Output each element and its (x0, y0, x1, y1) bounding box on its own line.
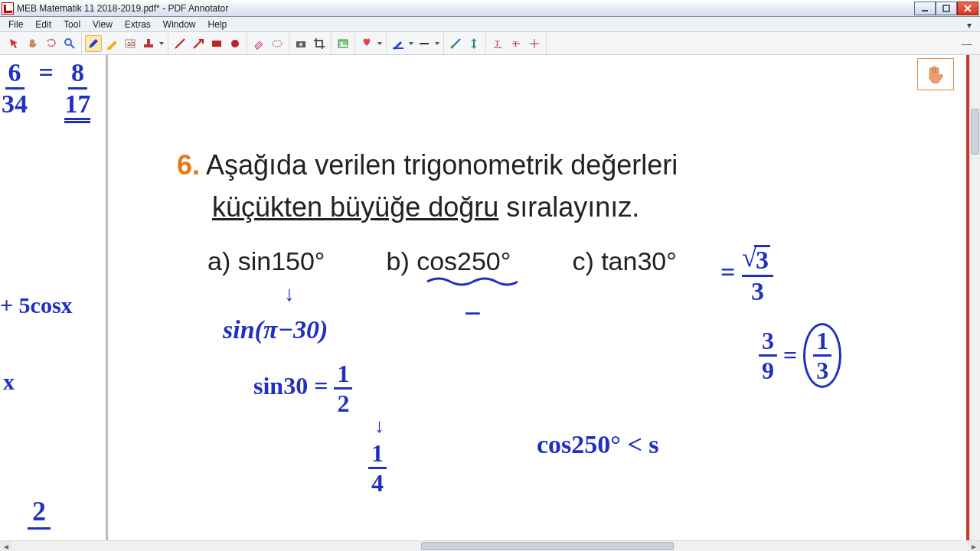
ellipse-tool-icon[interactable] (227, 35, 243, 52)
menu-help[interactable]: Help (203, 18, 233, 31)
hw-text: cos250° < s (537, 430, 659, 459)
erase-lasso-icon[interactable] (269, 35, 286, 52)
highlighter-tool-icon[interactable] (103, 35, 120, 52)
horizontal-scroll-thumb[interactable] (421, 542, 674, 550)
pen-tool-icon[interactable] (85, 35, 102, 52)
toolbar-overflow-icon[interactable]: — (962, 37, 977, 50)
problem-line2-underlined: küçükten büyüğe doğru (212, 191, 498, 223)
crop-icon[interactable] (311, 35, 328, 52)
hw-text: 9 (762, 357, 774, 383)
zoom-tool-icon[interactable] (61, 35, 78, 52)
problem-text: 6.Aşağıda verilen trigonometrik değerler… (177, 147, 866, 226)
title-bar: MEB Matematik 11 2018-2019.pdf* - PDF An… (0, 0, 980, 17)
svg-point-14 (273, 41, 282, 47)
hw-text: 2 (337, 390, 349, 416)
menu-view[interactable]: View (87, 18, 118, 31)
svg-point-21 (451, 45, 454, 48)
hw-text: 17 (64, 90, 90, 117)
app-icon (2, 2, 14, 15)
hw-arrow-icon: ↓ (374, 415, 384, 438)
svg-text:T: T (495, 38, 500, 47)
scroll-right-icon[interactable]: ▸ (968, 541, 980, 551)
hw-text: + 5cosx (0, 292, 73, 318)
line-width-dropdown-icon[interactable] (434, 42, 440, 45)
option-c: c) tan30° (572, 246, 676, 276)
svg-line-11 (194, 41, 201, 48)
pen-color-icon[interactable] (390, 35, 407, 52)
hw-text: 3 (816, 357, 828, 383)
pointer-tool-icon[interactable] (6, 35, 23, 52)
lasso-select-icon[interactable] (43, 35, 60, 52)
hw-text: 3 (751, 277, 764, 305)
hw-text: 8 (68, 60, 87, 90)
svg-rect-19 (393, 47, 403, 49)
menu-bar: File Edit Tool View Extras Window Help ▾ (0, 17, 980, 32)
insert-image-icon[interactable] (335, 35, 351, 52)
text-tool-icon[interactable]: ab (122, 35, 139, 52)
menu-window[interactable]: Window (158, 18, 201, 31)
svg-line-5 (70, 44, 74, 48)
snapshot-icon[interactable] (292, 35, 309, 52)
left-page-fragment: 634 = 817 + 5cosx x 2 (0, 55, 107, 540)
text-strike-icon[interactable]: T (508, 35, 524, 52)
pan-tool-icon[interactable] (24, 35, 41, 52)
menu-overflow-icon[interactable]: ▾ (962, 18, 977, 32)
text-underline-icon[interactable]: T (489, 35, 506, 52)
hw-text: − (464, 295, 482, 331)
window-title: MEB Matematik 11 2018-2019.pdf* - PDF An… (17, 3, 914, 14)
line-tool-icon[interactable] (172, 35, 188, 52)
toolbar: ab T T — (0, 32, 980, 55)
hw-underline-icon (426, 276, 518, 289)
hw-text: 3 (759, 328, 777, 357)
svg-rect-8 (144, 44, 153, 47)
scroll-left-icon[interactable]: ◂ (0, 541, 12, 551)
horizontal-scrollbar[interactable]: ◂ ▸ (0, 540, 980, 551)
maximize-button[interactable] (936, 2, 957, 15)
menu-edit[interactable]: Edit (30, 18, 57, 31)
crosshair-icon[interactable] (526, 35, 543, 52)
stamp-dropdown-icon[interactable] (158, 42, 165, 45)
option-a: a) sin150° (207, 246, 325, 276)
hw-text: sin(π−30) (223, 315, 328, 344)
window-buttons (914, 2, 978, 15)
hw-text: sin30 = (253, 372, 328, 399)
eraser-tool-icon[interactable] (250, 35, 267, 52)
hw-text: x (3, 369, 15, 395)
hw-arrow-icon: ↓ (284, 282, 295, 306)
svg-rect-9 (147, 39, 150, 44)
svg-rect-1 (943, 5, 949, 11)
hw-text: 1 (813, 328, 831, 357)
hw-text: = (720, 258, 735, 286)
minimize-button[interactable] (914, 2, 936, 15)
line-width-icon[interactable] (416, 35, 433, 52)
close-button[interactable] (957, 2, 978, 15)
hw-text: 1 (368, 441, 387, 469)
menu-file[interactable]: File (3, 18, 28, 31)
vertical-scrollbar[interactable] (969, 55, 980, 540)
snap-line-icon[interactable] (447, 35, 464, 52)
pen-color-dropdown-icon[interactable] (408, 42, 414, 45)
problem-options: a) sin150° b) cos250° c) tan30° (207, 246, 881, 276)
hw-text: 1 (334, 361, 352, 390)
svg-point-16 (299, 42, 303, 46)
hw-text: 34 (2, 90, 28, 117)
vertical-scroll-thumb[interactable] (971, 109, 979, 155)
workspace: 634 = 817 + 5cosx x 2 6.Aşağıda verilen … (0, 55, 980, 540)
favorites-icon[interactable] (358, 35, 375, 52)
favorites-dropdown-icon[interactable] (377, 42, 383, 45)
hw-text: 4 (371, 469, 384, 495)
problem-line2-rest: sıralayınız. (498, 191, 639, 223)
document-page[interactable]: 6.Aşağıda verilen trigonometrik değerler… (108, 55, 968, 540)
snap-vertical-icon[interactable] (466, 35, 482, 52)
stamp-tool-icon[interactable] (140, 35, 157, 52)
gesture-indicator-icon (917, 58, 954, 90)
hw-text: = (783, 341, 797, 370)
svg-point-13 (231, 40, 239, 47)
rectangle-tool-icon[interactable] (208, 35, 225, 52)
svg-rect-12 (212, 41, 221, 47)
problem-number: 6. (177, 149, 200, 181)
menu-extras[interactable]: Extras (119, 18, 156, 31)
svg-line-10 (175, 39, 185, 48)
arrow-tool-icon[interactable] (190, 35, 207, 52)
menu-tool[interactable]: Tool (58, 18, 86, 31)
